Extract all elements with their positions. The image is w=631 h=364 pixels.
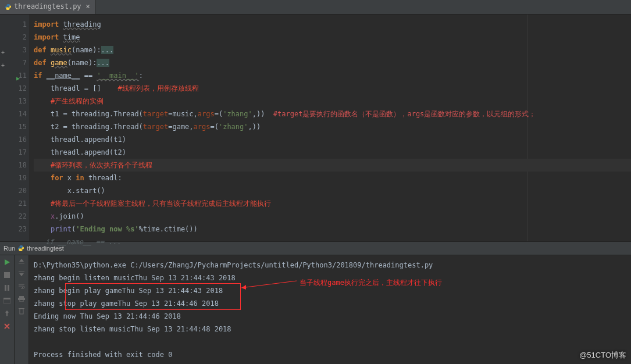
line-number: 18 [13, 159, 27, 172]
svg-rect-5 [3, 298, 10, 299]
editor-tab-bar: threadingtest.py × [0, 0, 631, 15]
pin-icon[interactable] [2, 309, 12, 318]
restore-layout-icon[interactable] [2, 296, 12, 305]
close-icon[interactable] [2, 322, 12, 331]
breadcrumb[interactable]: if __name__ == ... [34, 235, 631, 248]
line-number: 7 [13, 56, 27, 69]
file-tab-label: threadingtest.py [14, 2, 81, 12]
console-toolbar-left [0, 255, 15, 364]
editor-area[interactable]: 1 2 +3 +7 ▶11 12 13 14 15 16 17 18 19 20… [0, 15, 631, 241]
svg-rect-2 [5, 285, 6, 291]
console-line: Ending now Thu Sep 13 21:44:46 2018 [34, 310, 631, 323]
line-number: 3 [13, 44, 27, 56]
python-icon [5, 3, 12, 10]
line-number: 15 [13, 120, 27, 133]
svg-rect-11 [20, 309, 23, 314]
scroll-down-icon[interactable] [19, 270, 24, 280]
console-line [34, 336, 631, 348]
scroll-up-icon[interactable] [19, 258, 24, 267]
line-number: 14 [13, 108, 27, 120]
file-tab[interactable]: threadingtest.py × [0, 0, 95, 14]
console-line: Process finished with exit code 0 [34, 348, 631, 361]
console-line: zhang stop play gameThu Sep 13 21:44:46 … [34, 297, 631, 310]
svg-rect-12 [19, 308, 24, 309]
line-number: 17 [13, 146, 27, 159]
line-number: 16 [13, 133, 27, 146]
line-number: 1 [13, 18, 27, 31]
annotation-arrow-icon [241, 274, 300, 291]
svg-rect-8 [19, 296, 24, 298]
print-icon[interactable] [18, 295, 25, 305]
editor-gutter: 1 2 +3 +7 ▶11 12 13 14 15 16 17 18 19 20… [0, 15, 29, 241]
svg-rect-1 [4, 272, 10, 278]
svg-rect-3 [8, 285, 9, 291]
rerun-icon[interactable] [2, 258, 12, 267]
stop-icon[interactable] [2, 270, 12, 280]
svg-marker-14 [241, 285, 246, 290]
svg-rect-6 [19, 263, 24, 263]
line-number: 19 [13, 172, 27, 184]
line-number: 2 [13, 31, 27, 44]
line-number: 12 [13, 82, 27, 95]
annotation-text: 当子线程game执行完之后，主线程才往下执行 [300, 279, 442, 288]
line-number: 20 [13, 184, 27, 197]
console-line: zhang stop listen musicThu Sep 13 21:44:… [34, 323, 631, 336]
console-panel: D:\Python35\python.exe C:/Users/ZhangJ/P… [0, 255, 631, 364]
line-number: 23 [13, 223, 27, 235]
console-line: D:\Python35\python.exe C:/Users/ZhangJ/P… [34, 261, 433, 269]
line-number: 21 [13, 197, 27, 210]
watermark: @51CTO博客 [579, 351, 626, 361]
line-number: 13 [13, 95, 27, 108]
soft-wrap-icon[interactable] [18, 283, 25, 292]
pause-icon[interactable] [2, 283, 12, 292]
console-toolbar-right [15, 255, 29, 364]
svg-marker-0 [5, 259, 10, 265]
line-number: 22 [13, 210, 27, 223]
console-output[interactable]: D:\Python35\python.exe C:/Users/ZhangJ/P… [29, 255, 631, 364]
svg-rect-7 [19, 272, 24, 272]
svg-line-13 [241, 281, 297, 288]
code-content[interactable]: import threading import time def music(n… [29, 15, 631, 241]
close-tab-icon[interactable]: × [86, 2, 90, 12]
clear-icon[interactable] [19, 308, 24, 317]
